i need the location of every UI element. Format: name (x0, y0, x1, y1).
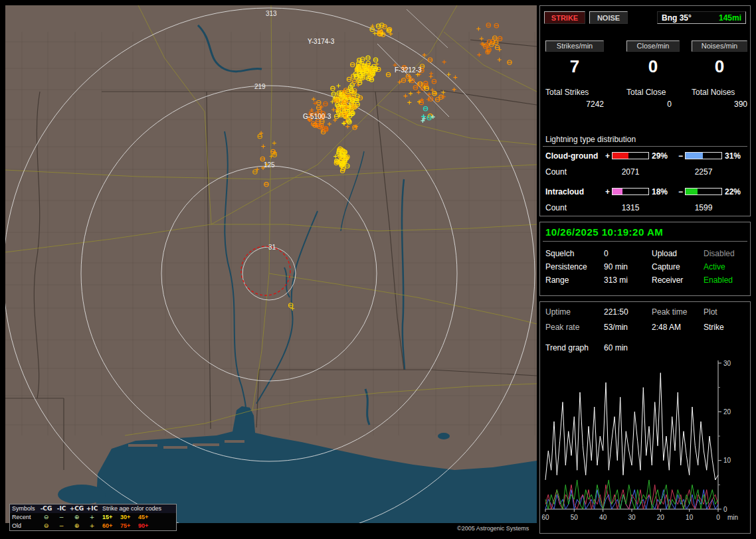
range-ring-label: 125 (264, 161, 275, 169)
receiver-value: Enabled (704, 275, 733, 285)
range-ring-label: 31 (268, 244, 276, 251)
trend-x-tick-label: 50 (571, 514, 579, 521)
noises-per-min-value: 0 (692, 56, 747, 77)
datetime-display: 10/26/2025 10:19:20 AM (545, 226, 663, 238)
noise-toggle-button[interactable]: NOISE (589, 11, 628, 24)
intracloud-label: Intracloud (545, 187, 584, 196)
age-15: 15+ (102, 513, 120, 522)
status-panel: 10/26/2025 10:19:20 AM Squelch 0 Upload … (539, 222, 751, 296)
age-75: 75+ (120, 522, 138, 530)
lightning-map[interactable]: 31321912531Y-3174-3F-3212-3G-5100-3 (5, 5, 537, 523)
minus-sign: − (678, 187, 683, 196)
peak-rate-value: 53/min (604, 323, 628, 332)
session-panel: Uptime 221:50 Peak time Plot Peak rate 5… (539, 301, 751, 534)
trend-x-tick-label: 10 (686, 514, 694, 521)
age-30: 30+ (120, 513, 138, 522)
strikes-per-min-value: 7 (545, 56, 604, 77)
neg-cg-symbol-icon: ⊖ (39, 522, 54, 530)
legend-col-pos-ic: +IC (84, 504, 100, 513)
distance-value: 145mi (719, 13, 741, 23)
plot-label: Plot (704, 307, 717, 317)
ic-negative-bar-fill (686, 189, 698, 194)
legend-col-neg-cg: -CG (39, 504, 54, 513)
pos-cg-symbol-icon: ⊕ (69, 522, 84, 530)
legend-recent-label: Recent (10, 513, 39, 522)
trend-y-tick-label: 10 (723, 457, 731, 464)
neg-ic-symbol-icon: − (54, 522, 69, 530)
cg-positive-bar-fill (613, 153, 628, 159)
trend-y-tick-label: 20 (723, 408, 731, 416)
upload-label: Upload (652, 249, 677, 258)
divider (543, 146, 747, 147)
plot-value: Strike (704, 323, 724, 332)
cg-negative-count: 2257 (685, 167, 722, 177)
range-value: 313 mi (604, 275, 628, 285)
trend-graph-label: Trend graph (545, 343, 589, 352)
range-ring-label: 313 (266, 10, 277, 17)
ic-positive-bar-fill (613, 189, 622, 194)
cg-negative-bar-fill (686, 153, 703, 159)
strikes-per-min-header[interactable]: Strikes/min (545, 40, 604, 52)
peak-time-label: Peak time (652, 307, 687, 317)
divider (543, 241, 747, 242)
trend-y-tick-label: 0 (723, 506, 727, 513)
ic-positive-pct: 18% (652, 187, 668, 196)
bearing-value: Bng 35° (662, 13, 692, 23)
stats-panel: STRIKE NOISE Bng 35° 145mi Strikes/min C… (539, 5, 751, 216)
total-noises-label: Total Noises (692, 88, 735, 97)
total-strikes-value: 7242 (545, 100, 604, 109)
storm-cell-label: F-3212-3 (395, 66, 422, 74)
neg-cg-symbol-icon: ⊖ (39, 513, 54, 522)
trend-x-tick-label: 20 (657, 514, 665, 521)
close-per-min-header[interactable]: Close/min (626, 40, 680, 52)
age-60: 60+ (102, 522, 120, 530)
pos-ic-symbol-icon: + (84, 522, 100, 530)
pos-cg-symbol-icon: ⊕ (69, 513, 84, 522)
ic-negative-bar (685, 188, 722, 195)
bearing-readout: Bng 35° 145mi (657, 11, 746, 24)
trend-x-tick-label: 40 (599, 514, 607, 521)
trend-graph: 01020306050403020100min (541, 358, 749, 532)
persistence-label: Persistence (545, 262, 587, 271)
legend-age-title: Strike age color codes (100, 504, 176, 513)
cg-count-label: Count (545, 167, 567, 177)
ic-negative-pct: 22% (725, 187, 741, 196)
age-45: 45+ (138, 513, 156, 522)
trend-window-value: 60 min (604, 343, 628, 352)
trend-series-series-white (545, 373, 718, 480)
storm-cell-label: G-5100-3 (303, 113, 331, 120)
age-90: 90+ (138, 522, 156, 530)
ic-count-label: Count (545, 203, 567, 212)
cg-positive-count: 2071 (612, 167, 649, 177)
cloud-ground-label: Cloud-ground (545, 151, 598, 161)
total-close-label: Total Close (626, 88, 666, 97)
range-label: Range (545, 275, 569, 285)
plus-sign: + (605, 151, 610, 161)
uptime-value: 221:50 (604, 307, 628, 317)
total-close-value: 0 (626, 100, 672, 109)
persistence-value: 90 min (604, 262, 628, 271)
trend-x-tick-label: 30 (628, 514, 636, 521)
capture-label: Capture (652, 262, 680, 271)
upload-value: Disabled (704, 249, 735, 258)
legend-old-label: Old (10, 522, 39, 530)
range-ring-label: 219 (254, 83, 266, 90)
squelch-value: 0 (604, 249, 609, 258)
capture-value: Active (704, 262, 725, 271)
legend-col-neg-ic: -IC (54, 504, 69, 513)
trend-series-series-red (545, 485, 718, 509)
strike-toggle-button[interactable]: STRIKE (544, 11, 585, 24)
minus-sign: − (678, 151, 683, 161)
pos-ic-symbol-icon: + (84, 513, 100, 522)
trend-x-tick-label: 0 (716, 514, 720, 521)
ic-positive-bar (612, 188, 649, 195)
noises-per-min-header[interactable]: Noises/min (692, 40, 747, 52)
distribution-title: Lightning type distribution (545, 135, 636, 144)
peak-rate-label: Peak rate (545, 323, 579, 332)
cg-negative-pct: 31% (725, 151, 741, 161)
total-noises-value: 390 (692, 100, 747, 109)
squelch-label: Squelch (545, 249, 574, 258)
plus-sign: + (605, 187, 610, 196)
trend-x-unit-label: min (727, 514, 738, 521)
trend-x-tick-label: 60 (541, 514, 549, 521)
